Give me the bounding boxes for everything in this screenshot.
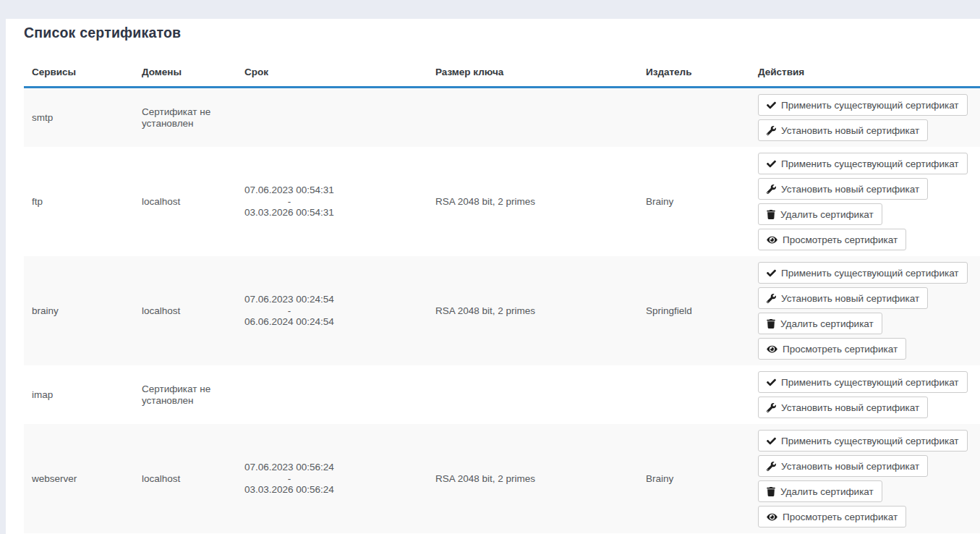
cell-validity <box>237 88 427 148</box>
cell-domain: localhost <box>134 256 237 365</box>
button-label: Просмотреть сертификат <box>783 344 898 355</box>
cell-issuer <box>638 88 750 148</box>
view-certificate-button[interactable]: Просмотреть сертификат <box>758 338 906 360</box>
cell-key-size: RSA 2048 bit, 2 primes <box>427 424 638 533</box>
button-label: Удалить сертификат <box>780 486 874 497</box>
cell-actions: Применить существующий сертификатУстанов… <box>750 88 980 148</box>
cell-validity: 07.06.2023 00:56:24 - 03.03.2026 00:56:2… <box>237 424 427 533</box>
valid-to-date: 06.06.2024 00:24:54 <box>244 316 334 328</box>
column-header-actions: Действия <box>750 61 980 88</box>
button-label: Установить новый сертификат <box>781 402 919 413</box>
install-certificate-button[interactable]: Установить новый сертификат <box>758 287 928 309</box>
wrench-icon <box>767 462 776 471</box>
button-label: Установить новый сертификат <box>781 461 919 472</box>
valid-from-date: 07.06.2023 00:56:24 <box>244 462 334 473</box>
button-label: Просмотреть сертификат <box>783 512 898 522</box>
cell-issuer: Brainy <box>638 147 750 256</box>
apply-certificate-button[interactable]: Применить существующий сертификат <box>758 94 968 116</box>
actions-stack: Применить существующий сертификатУстанов… <box>758 94 972 141</box>
button-label: Установить новый сертификат <box>781 184 919 195</box>
table-row: webserver localhost 07.06.2023 00:56:24 … <box>24 424 980 533</box>
button-label: Удалить сертификат <box>780 209 874 220</box>
cell-domain: localhost <box>134 424 237 533</box>
install-certificate-button[interactable]: Установить новый сертификат <box>758 397 928 418</box>
eye-icon <box>767 512 777 522</box>
button-label: Применить существующий сертификат <box>781 268 959 279</box>
check-icon <box>767 436 776 446</box>
button-label: Удалить сертификат <box>780 318 874 329</box>
install-certificate-button[interactable]: Установить новый сертификат <box>758 455 928 477</box>
button-label: Применить существующий сертификат <box>781 436 959 446</box>
cell-service: ftp <box>24 147 134 256</box>
date-separator: - <box>244 305 334 317</box>
column-header-term: Срок <box>237 61 427 88</box>
actions-stack: Применить существующий сертификатУстанов… <box>758 262 972 360</box>
cell-service: smtp <box>24 88 134 148</box>
delete-certificate-button[interactable]: Удалить сертификат <box>758 203 882 225</box>
valid-to-date: 03.03.2026 00:56:24 <box>244 484 334 496</box>
certificates-table: Сервисы Домены Срок Размер ключа Издател… <box>24 61 980 533</box>
apply-certificate-button[interactable]: Применить существующий сертификат <box>758 262 968 284</box>
date-separator: - <box>244 473 334 485</box>
delete-certificate-button[interactable]: Удалить сертификат <box>758 480 882 502</box>
cell-validity: 07.06.2023 00:24:54 - 06.06.2024 00:24:5… <box>237 256 427 365</box>
button-label: Применить существующий сертификат <box>781 100 959 111</box>
cell-service: imap <box>24 365 134 424</box>
cell-domain: localhost <box>134 147 237 256</box>
cell-key-size <box>427 365 638 424</box>
cell-domain: Сертификат не установлен <box>134 365 237 424</box>
check-icon <box>767 159 776 169</box>
column-header-key-size: Размер ключа <box>427 61 638 88</box>
cell-actions: Применить существующий сертификатУстанов… <box>750 147 980 256</box>
install-certificate-button[interactable]: Установить новый сертификат <box>758 119 928 141</box>
apply-certificate-button[interactable]: Применить существующий сертификат <box>758 430 968 452</box>
view-certificate-button[interactable]: Просмотреть сертификат <box>758 229 906 250</box>
date-separator: - <box>244 196 334 208</box>
table-body: smtp Сертификат не установлен Применить … <box>24 88 980 534</box>
actions-stack: Применить существующий сертификатУстанов… <box>758 371 972 418</box>
apply-certificate-button[interactable]: Применить существующий сертификат <box>758 153 968 174</box>
page-title: Список сертификатов <box>24 25 980 41</box>
actions-stack: Применить существующий сертификатУстанов… <box>758 153 972 250</box>
check-icon <box>767 101 776 110</box>
cell-domain: Сертификат не установлен <box>134 88 237 148</box>
cell-key-size: RSA 2048 bit, 2 primes <box>427 147 638 256</box>
valid-from-date: 07.06.2023 00:54:31 <box>244 185 334 196</box>
button-label: Просмотреть сертификат <box>783 234 898 245</box>
cell-issuer: Brainy <box>638 424 750 533</box>
table-header-row: Сервисы Домены Срок Размер ключа Издател… <box>24 61 980 88</box>
certificates-panel: Список сертификатов Сервисы Домены Срок … <box>6 19 980 534</box>
column-header-services: Сервисы <box>24 61 134 88</box>
button-label: Установить новый сертификат <box>781 293 919 304</box>
check-icon <box>767 378 776 387</box>
cell-actions: Применить существующий сертификатУстанов… <box>750 256 980 365</box>
delete-certificate-button[interactable]: Удалить сертификат <box>758 313 882 334</box>
trash-icon <box>767 210 775 219</box>
actions-stack: Применить существующий сертификатУстанов… <box>758 430 972 527</box>
cell-validity <box>237 365 427 424</box>
table-row: brainy localhost 07.06.2023 00:24:54 - 0… <box>24 256 980 365</box>
apply-certificate-button[interactable]: Применить существующий сертификат <box>758 371 968 393</box>
button-label: Применить существующий сертификат <box>781 158 959 169</box>
cell-service: webserver <box>24 424 134 533</box>
cell-actions: Применить существующий сертификатУстанов… <box>750 424 980 533</box>
install-certificate-button[interactable]: Установить новый сертификат <box>758 178 928 200</box>
view-certificate-button[interactable]: Просмотреть сертификат <box>758 506 906 527</box>
trash-icon <box>767 487 775 496</box>
cell-key-size: RSA 2048 bit, 2 primes <box>427 256 638 365</box>
button-label: Установить новый сертификат <box>781 125 919 136</box>
eye-icon <box>767 235 777 245</box>
table-row: ftp localhost 07.06.2023 00:54:31 - 03.0… <box>24 147 980 256</box>
table-row: imap Сертификат не установлен Применить … <box>24 365 980 424</box>
eye-icon <box>767 344 777 354</box>
column-header-domains: Домены <box>134 61 237 88</box>
button-label: Применить существующий сертификат <box>781 377 959 388</box>
wrench-icon <box>767 126 776 135</box>
column-header-issuer: Издатель <box>638 61 750 88</box>
cell-issuer <box>638 365 750 424</box>
validity-dates: 07.06.2023 00:24:54 - 06.06.2024 00:24:5… <box>244 294 334 328</box>
cell-validity: 07.06.2023 00:54:31 - 03.03.2026 00:54:3… <box>237 147 427 256</box>
cell-key-size <box>427 88 638 148</box>
validity-dates: 07.06.2023 00:56:24 - 03.03.2026 00:56:2… <box>244 462 334 496</box>
valid-from-date: 07.06.2023 00:24:54 <box>244 294 334 305</box>
